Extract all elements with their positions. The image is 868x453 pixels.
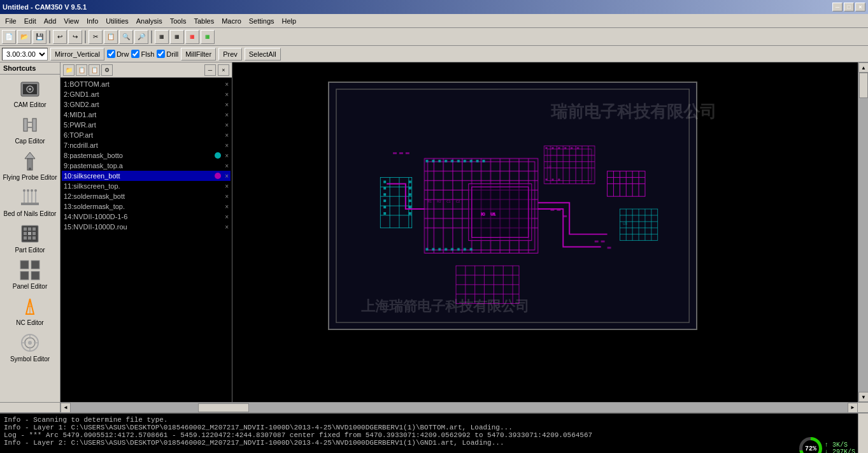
file-item-close[interactable]: × [225,81,229,88]
file-item-close[interactable]: × [225,224,229,231]
maximize-button[interactable]: □ [844,3,854,11]
file-item[interactable]: 3:GND2.art× [62,99,231,110]
svg-text:U3: U3 [623,222,627,226]
file-item-close[interactable]: × [225,152,229,159]
grid-btn3[interactable]: ▦ [185,30,199,44]
drw-checkbox[interactable] [107,50,115,58]
menu-info[interactable]: Info [83,16,102,26]
menu-tables[interactable]: Tables [190,16,218,26]
redo-button[interactable]: ↪ [68,30,82,44]
file-item-close[interactable]: × [225,162,229,169]
millfilter-button[interactable]: MillFilter [181,48,216,61]
svg-rect-73 [476,160,479,162]
file-item[interactable]: 15:NVDII-1000D.rou× [62,222,231,232]
undo-button[interactable]: ↩ [53,30,67,44]
grid-btn4[interactable]: ▦ [201,30,215,44]
file-item-close[interactable]: × [225,193,229,200]
svg-point-18 [31,189,33,192]
mirror-vertical-button[interactable]: Mirror_Vertical [50,48,104,61]
file-item[interactable]: 4:MID1.art× [62,110,231,120]
close-button[interactable]: × [855,3,865,11]
file-item-close[interactable]: × [225,213,229,220]
shortcut-part-editor[interactable]: Part Editor [0,220,60,256]
shortcut-cap-editor[interactable]: Cap Editor [0,111,60,147]
shortcut-nc-editor[interactable]: NC Editor [0,292,60,329]
menu-view[interactable]: View [60,16,83,26]
svg-rect-74 [482,160,485,162]
shortcut-symbol-editor[interactable]: Symbol Editor [0,329,60,365]
scroll-left-button[interactable]: ◄ [60,403,71,413]
file-item[interactable]: 6:TOP.art× [62,130,231,140]
file-item-close[interactable]: × [225,183,229,190]
menu-tools[interactable]: Tools [166,16,190,26]
selectall-button[interactable]: SelectAll [245,48,281,61]
open-button[interactable]: 📂 [17,30,31,44]
fp-icon-4[interactable]: ⚙ [101,64,113,76]
file-item-close[interactable]: × [225,101,229,108]
canvas-area[interactable]: 瑞箭电子科技有限公司 [232,62,858,402]
title-bar-buttons: ─ □ × [832,3,865,11]
file-item-close[interactable]: × [225,203,229,210]
hscroll-track[interactable] [71,403,848,413]
shortcut-bed-of-nails[interactable]: Bed of Nails Editor [0,183,60,220]
copy-button[interactable]: 📋 [104,30,118,44]
menu-edit[interactable]: Edit [20,16,40,26]
scroll-track[interactable] [858,73,868,392]
hscroll-thumb[interactable] [198,403,249,412]
file-item[interactable]: 13:soldermask_top.× [62,201,231,212]
scroll-down-button[interactable]: ▼ [858,392,868,402]
file-item[interactable]: 9:pastemask_top.a× [62,161,231,171]
svg-rect-95 [545,147,547,149]
minimize-button[interactable]: ─ [832,3,843,11]
menu-analysis[interactable]: Analysis [132,16,166,26]
file-item-close[interactable]: × [225,111,229,119]
file-item[interactable]: 1:BOTTOM.art× [62,79,231,89]
file-item-controls: × [225,224,229,231]
file-item[interactable]: 2:GND1.art× [62,89,231,99]
scroll-up-button[interactable]: ▲ [858,62,868,73]
menu-macro[interactable]: Macro [218,16,245,26]
shortcut-flying-probe[interactable]: Flying Probe Editor [0,147,60,183]
fp-close[interactable]: × [218,64,229,76]
menu-settings[interactable]: Settings [245,16,278,26]
menu-file[interactable]: File [1,16,20,26]
shortcut-cam-editor[interactable]: CAM Editor [0,75,60,111]
scroll-right-button[interactable]: ► [848,403,858,413]
file-item[interactable]: 10:silkscreen_bott× [62,171,231,181]
file-item[interactable]: 7:ncdrill.art× [62,140,231,150]
menu-utilities[interactable]: Utilities [102,16,132,26]
bottom-right-filler [858,403,868,412]
file-item[interactable]: 11:silkscreen_top.× [62,181,231,191]
fp-minimize[interactable]: ─ [204,64,216,76]
grid-btn2[interactable]: ▦ [170,30,184,44]
file-item-close[interactable]: × [225,132,229,139]
scroll-thumb[interactable] [859,73,868,98]
shortcut-panel-editor[interactable]: Panel Editor [0,256,60,292]
flsh-checkbox[interactable] [131,50,139,58]
zoom-select[interactable]: 3.00:3.00 [2,48,48,61]
file-item-close[interactable]: × [225,91,229,98]
cut-button[interactable]: ✂ [89,30,103,44]
menu-add[interactable]: Add [40,16,60,26]
prev-button[interactable]: Prev [218,48,242,61]
fp-icon-3[interactable]: 📋 [89,64,100,76]
file-item-close[interactable]: × [225,122,229,129]
network-indicator: 72% ↑ 3K/S ↓ 297K/S [799,437,855,453]
menu-help[interactable]: Help [278,16,301,26]
file-item-close[interactable]: × [225,173,229,180]
save-button[interactable]: 💾 [32,30,46,44]
fp-icon-2[interactable]: 📋 [76,64,87,76]
grid-btn1[interactable]: ▦ [155,30,169,44]
zoom-out-button[interactable]: 🔎 [134,30,148,44]
file-item[interactable]: 8:pastemask_botto× [62,150,231,161]
file-item-controls: × [215,173,229,180]
status-scrollbar[interactable] [858,413,868,453]
file-item[interactable]: 5:PWR.art× [62,120,231,130]
file-item-close[interactable]: × [225,142,229,149]
new-button[interactable]: 📄 [2,30,16,44]
drill-checkbox[interactable] [157,50,165,58]
file-item[interactable]: 12:soldermask_bott× [62,191,231,201]
file-item[interactable]: 14:NVDII-1000D-1-6× [62,212,231,222]
zoom-in-button[interactable]: 🔍 [119,30,133,44]
fp-icon-1[interactable]: 📁 [63,64,75,76]
